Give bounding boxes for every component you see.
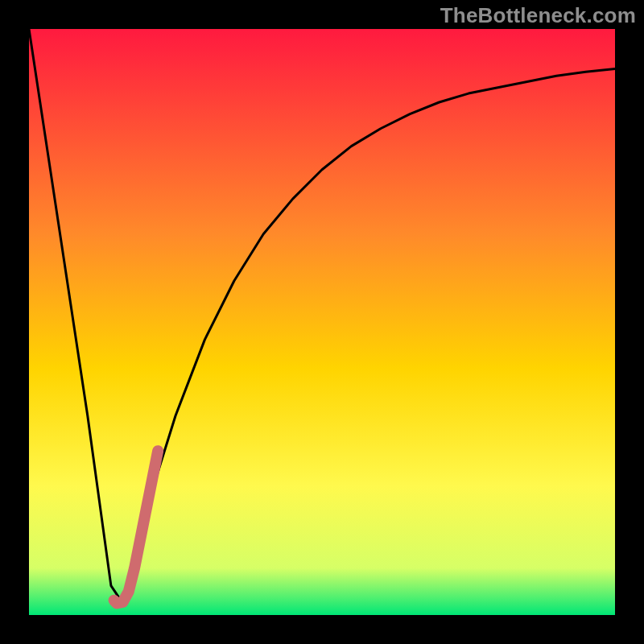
watermark-text: TheBottleneck.com <box>440 3 636 28</box>
chart-stage: TheBottleneck.com <box>0 0 644 644</box>
plot-gradient-background <box>29 29 615 615</box>
bottleneck-chart <box>0 0 644 644</box>
